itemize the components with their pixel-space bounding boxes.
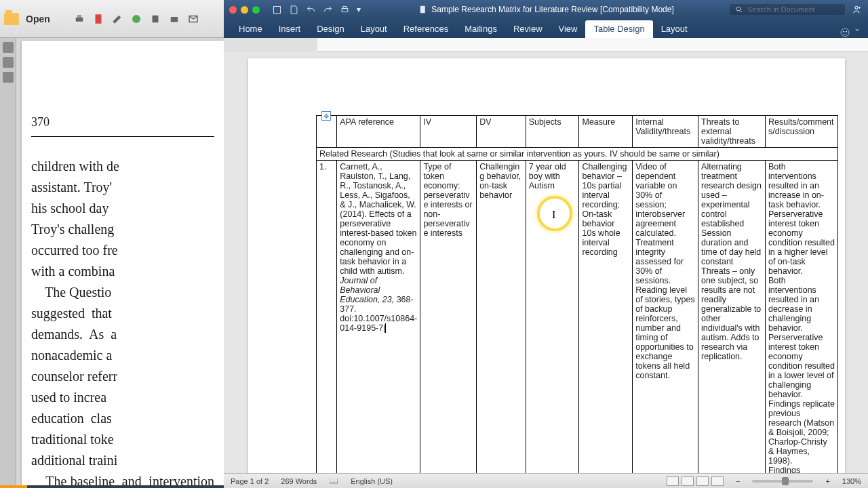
smiley-icon[interactable] (840, 27, 850, 38)
ruler[interactable] (224, 38, 868, 52)
svg-rect-0 (76, 17, 83, 21)
header-results[interactable]: Results/comments/discussion (765, 116, 837, 148)
cell-internal[interactable]: Video of dependent variable on 30% of se… (633, 161, 698, 474)
subheading-cell[interactable]: Related Research (Studies that look at s… (317, 148, 838, 161)
svg-rect-2 (95, 14, 101, 24)
header-apa[interactable]: APA reference (337, 116, 420, 148)
home-icon[interactable] (272, 5, 282, 15)
minimize-window-icon[interactable] (241, 6, 248, 14)
cell-apa[interactable]: Carnett, A., Raulston, T., Lang, R., Tos… (337, 161, 420, 474)
mail-icon[interactable] (187, 13, 199, 25)
status-page[interactable]: Page 1 of 2 (231, 477, 269, 485)
attach-icon[interactable] (149, 13, 161, 25)
table-move-handle[interactable]: ✥ (321, 111, 331, 121)
header-measure[interactable]: Measure (579, 116, 633, 148)
tab-insert[interactable]: Insert (271, 20, 309, 38)
status-bar: Page 1 of 2 269 Words 📖 English (US) − +… (224, 473, 868, 488)
search-input[interactable] (747, 5, 835, 14)
zoom-level[interactable]: 130% (842, 477, 861, 485)
document-title: Sample Research Matrix for Literature Re… (418, 5, 673, 14)
save-icon[interactable] (289, 5, 299, 15)
table-header-row: APA reference IV DV Subjects Measure Int… (317, 116, 838, 148)
svg-point-11 (736, 7, 741, 11)
cell-results[interactable]: Both interventions resulted in an increa… (765, 161, 837, 474)
view-print-layout-icon[interactable] (667, 476, 679, 486)
header-iv[interactable]: IV (420, 116, 477, 148)
svg-rect-8 (342, 8, 348, 12)
cell-dv[interactable]: Challenging behavior, on-task behavior (477, 161, 526, 474)
svg-rect-9 (343, 6, 347, 8)
title-bar: ▾ Sample Research Matrix for Literature … (224, 0, 868, 19)
close-window-icon[interactable] (229, 6, 237, 14)
tab-layout-2[interactable]: Layout (653, 20, 696, 38)
view-web-layout-icon[interactable] (682, 476, 694, 486)
document-area[interactable]: ✥ APA reference IV DV Subjects Measure I… (224, 52, 868, 473)
word-window: ▾ Sample Research Matrix for Literature … (224, 0, 868, 488)
cell-num[interactable]: 1. (317, 161, 337, 474)
edit-icon[interactable] (111, 13, 123, 25)
undo-icon[interactable] (306, 5, 316, 15)
svg-rect-7 (274, 6, 281, 13)
taskbar-edge (0, 485, 224, 488)
tab-layout[interactable]: Layout (353, 20, 395, 38)
header-external[interactable]: Threats to external validity/threats (698, 116, 766, 148)
svg-point-12 (855, 6, 858, 9)
status-language[interactable]: English (US) (351, 477, 393, 485)
tab-design[interactable]: Design (309, 20, 352, 38)
dropdown-icon[interactable]: ▾ (357, 5, 361, 14)
view-outline-icon[interactable] (696, 476, 709, 486)
pdf-sidebar (0, 38, 16, 488)
svg-point-14 (843, 31, 844, 32)
cell-external[interactable]: Alternating treatment research design us… (698, 161, 766, 474)
printer-icon[interactable] (168, 13, 180, 25)
ribbon-tabs: Home Insert Design Layout References Mai… (224, 19, 868, 38)
collapse-ribbon-icon[interactable]: ˇ (856, 28, 859, 38)
header-internal[interactable]: Internal Validity/threats (633, 116, 698, 148)
pdf-body-text: children with de assistant. Troy' his sc… (31, 156, 214, 488)
quick-access-toolbar: ▾ (272, 5, 361, 15)
tab-references[interactable]: References (395, 20, 456, 38)
svg-rect-10 (420, 6, 425, 14)
pdf-page: 370 children with de assistant. Troy' hi… (22, 41, 224, 488)
research-matrix-table[interactable]: APA reference IV DV Subjects Measure Int… (316, 115, 838, 473)
share-button[interactable] (850, 3, 863, 16)
tab-table-design[interactable]: Table Design (585, 20, 652, 38)
pdf-icon[interactable] (92, 13, 104, 25)
pdf-toolbar: Open (0, 0, 224, 38)
redo-icon[interactable] (323, 5, 333, 15)
share-icon[interactable] (130, 13, 142, 25)
svg-rect-5 (171, 17, 178, 22)
svg-rect-4 (152, 15, 158, 22)
cell-subjects[interactable]: 7 year old boy with Autism (526, 161, 579, 474)
view-draft-icon[interactable] (711, 476, 724, 486)
print-icon[interactable] (73, 13, 85, 25)
cell-iv[interactable]: Type of token economy: perseverative int… (420, 161, 477, 474)
zoom-in-button[interactable]: + (825, 477, 829, 485)
tab-view[interactable]: View (551, 20, 586, 38)
open-button[interactable]: Open (26, 14, 50, 24)
header-subjects[interactable]: Subjects (526, 116, 579, 148)
pdf-page-number: 370 (31, 115, 214, 129)
header-dv[interactable]: DV (477, 116, 526, 148)
spellcheck-icon[interactable]: 📖 (329, 476, 338, 485)
table-row: 1. Carnett, A., Raulston, T., Lang, R., … (317, 161, 838, 474)
status-word-count[interactable]: 269 Words (281, 477, 317, 485)
folder-icon (4, 13, 19, 25)
print-icon[interactable] (340, 5, 350, 15)
zoom-out-button[interactable]: − (736, 477, 740, 485)
cell-measure[interactable]: Challenging behavior – 10s partial inter… (579, 161, 633, 474)
zoom-slider[interactable] (752, 480, 813, 483)
tab-home[interactable]: Home (231, 20, 271, 38)
window-controls (229, 6, 260, 14)
sidebar-tool-icon[interactable] (3, 42, 14, 53)
tab-mailings[interactable]: Mailings (456, 20, 505, 38)
sidebar-tool-icon[interactable] (3, 57, 14, 68)
search-box[interactable] (730, 4, 845, 15)
pdf-reader-window: Open 370 children with de assistant. Tro… (0, 0, 224, 488)
svg-point-15 (846, 31, 846, 32)
tab-review[interactable]: Review (505, 20, 551, 38)
table-subheading-row: Related Research (Studies that look at s… (317, 148, 838, 161)
text-cursor-icon: I (552, 209, 555, 221)
maximize-window-icon[interactable] (252, 6, 260, 14)
sidebar-tool-icon[interactable] (3, 72, 14, 83)
